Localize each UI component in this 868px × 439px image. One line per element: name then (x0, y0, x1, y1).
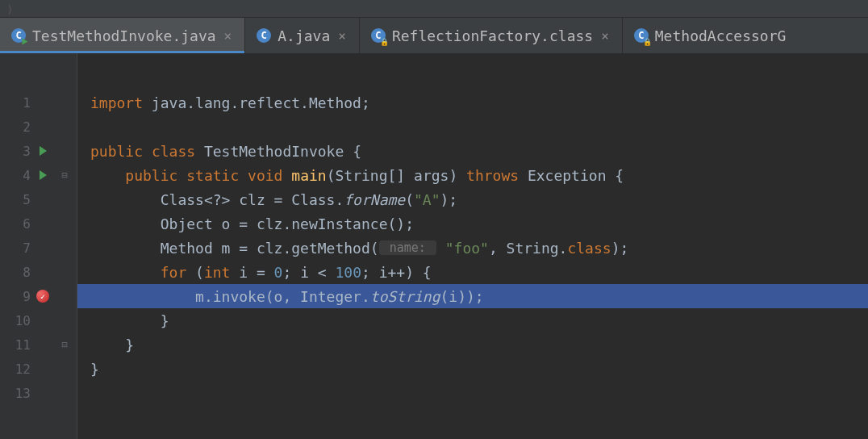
class-lock-icon: C (371, 28, 386, 43)
close-icon[interactable]: × (336, 28, 348, 44)
line-number: 5 (0, 192, 31, 207)
line-number: 7 (0, 240, 31, 256)
tab-label: MethodAccessorG (655, 27, 787, 44)
code-line: } (77, 332, 868, 357)
line-number: 3 (0, 144, 31, 159)
breadcrumb-chevron-icon: ⟩ (6, 2, 13, 15)
tab-bar: C TestMethodInvoke.java × C A.java × C R… (0, 18, 868, 53)
tab-testmethodinvoke[interactable]: C TestMethodInvoke.java × (0, 18, 245, 53)
code-area[interactable]: import java.lang.reflect.Method; public … (77, 53, 868, 439)
gutter[interactable]: 1 2 3 4⊟ 5 6 7 8 9 10 11⊟ 12 13 (0, 53, 77, 439)
breakpoint-icon[interactable] (36, 290, 49, 303)
line-number: 11 (0, 337, 31, 353)
line-number: 9 (0, 289, 31, 304)
fold-toggle-icon[interactable]: ⊟ (61, 169, 67, 181)
code-line: public static void main(String[] args) t… (77, 163, 868, 187)
tab-label: ReflectionFactory.class (392, 27, 593, 44)
fold-toggle-icon[interactable]: ⊟ (61, 339, 67, 350)
tab-reflectionfactory[interactable]: C ReflectionFactory.class × (360, 18, 623, 53)
close-icon[interactable]: × (599, 28, 611, 44)
code-line: import java.lang.reflect.Method; (77, 90, 868, 115)
close-icon[interactable]: × (223, 28, 234, 44)
line-number: 13 (0, 386, 31, 401)
line-number: 10 (0, 313, 31, 328)
code-line: Object o = clz.newInstance(); (77, 211, 868, 236)
code-line (77, 115, 868, 139)
line-number: 4 (0, 168, 31, 183)
tab-a-java[interactable]: C A.java × (245, 18, 360, 53)
line-number: 2 (0, 119, 31, 135)
tab-label: A.java (278, 27, 330, 44)
line-number: 8 (0, 265, 31, 280)
class-icon: C (257, 28, 271, 43)
run-gutter-icon[interactable] (40, 170, 47, 180)
code-line: } (77, 308, 868, 332)
class-lock-icon: C (634, 28, 649, 43)
code-line: Class<?> clz = Class.forName("A"); (77, 187, 868, 211)
code-line: } (77, 357, 868, 381)
line-number: 6 (0, 216, 31, 232)
breadcrumb-bar: ⟩ (0, 0, 868, 18)
line-number: 1 (0, 95, 31, 111)
code-editor[interactable]: 1 2 3 4⊟ 5 6 7 8 9 10 11⊟ 12 13 import j… (0, 53, 868, 439)
run-gutter-icon[interactable] (40, 146, 47, 156)
code-line: Method m = clz.getMethod( name: "foo", S… (77, 236, 868, 260)
line-number: 12 (0, 362, 31, 377)
tab-methodaccessor[interactable]: C MethodAccessorG (623, 18, 798, 53)
inlay-hint: name: (379, 240, 436, 255)
code-line (77, 381, 868, 405)
code-line: public class TestMethodInvoke { (77, 139, 868, 163)
code-line-breakpoint: m.invoke(o, Integer.toString(i)); (77, 284, 868, 308)
class-run-icon: C (11, 28, 26, 43)
code-line: for (int i = 0; i < 100; i++) { (77, 260, 868, 284)
tab-label: TestMethodInvoke.java (32, 27, 216, 44)
